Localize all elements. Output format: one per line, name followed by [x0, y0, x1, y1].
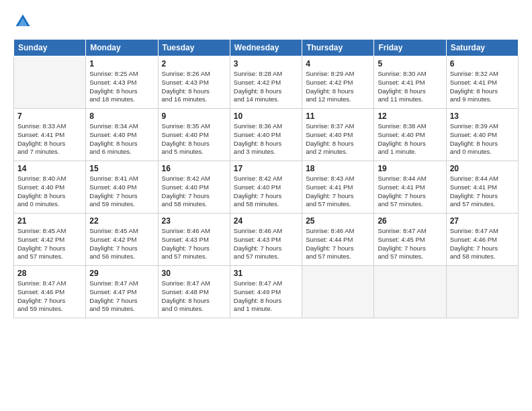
day-number: 26	[378, 216, 442, 226]
calendar-cell: 20Sunrise: 8:44 AM Sunset: 4:41 PM Dayli…	[446, 161, 518, 214]
day-info: Sunrise: 8:41 AM Sunset: 4:40 PM Dayligh…	[89, 175, 154, 209]
calendar-cell: 16Sunrise: 8:42 AM Sunset: 4:40 PM Dayli…	[158, 161, 230, 214]
calendar-cell: 10Sunrise: 8:36 AM Sunset: 4:40 PM Dayli…	[230, 109, 302, 161]
day-number: 17	[234, 164, 298, 173]
calendar-header-tuesday: Tuesday	[158, 40, 230, 56]
day-info: Sunrise: 8:29 AM Sunset: 4:42 PM Dayligh…	[306, 70, 370, 104]
calendar-cell: 17Sunrise: 8:42 AM Sunset: 4:40 PM Dayli…	[230, 161, 302, 214]
calendar-cell: 25Sunrise: 8:46 AM Sunset: 4:44 PM Dayli…	[302, 214, 374, 266]
calendar-cell: 11Sunrise: 8:37 AM Sunset: 4:40 PM Dayli…	[302, 109, 374, 161]
calendar-cell: 29Sunrise: 8:47 AM Sunset: 4:47 PM Dayli…	[86, 266, 158, 318]
calendar-week-row: 7Sunrise: 8:33 AM Sunset: 4:41 PM Daylig…	[14, 109, 519, 161]
day-info: Sunrise: 8:38 AM Sunset: 4:40 PM Dayligh…	[378, 122, 442, 156]
calendar-cell: 5Sunrise: 8:30 AM Sunset: 4:41 PM Daylig…	[374, 56, 446, 109]
day-number: 1	[89, 59, 154, 68]
day-number: 28	[17, 269, 82, 278]
day-number: 20	[450, 164, 515, 173]
calendar-cell	[374, 266, 446, 318]
day-info: Sunrise: 8:47 AM Sunset: 4:46 PM Dayligh…	[17, 279, 82, 314]
calendar-header-sunday: Sunday	[14, 40, 86, 56]
calendar-cell: 9Sunrise: 8:35 AM Sunset: 4:40 PM Daylig…	[158, 109, 230, 161]
day-info: Sunrise: 8:47 AM Sunset: 4:49 PM Dayligh…	[234, 279, 298, 314]
day-info: Sunrise: 8:35 AM Sunset: 4:40 PM Dayligh…	[162, 122, 226, 156]
calendar-header-saturday: Saturday	[446, 40, 518, 56]
calendar-cell: 26Sunrise: 8:47 AM Sunset: 4:45 PM Dayli…	[374, 214, 446, 266]
day-info: Sunrise: 8:40 AM Sunset: 4:40 PM Dayligh…	[17, 175, 82, 209]
day-info: Sunrise: 8:33 AM Sunset: 4:41 PM Dayligh…	[17, 122, 82, 156]
day-info: Sunrise: 8:28 AM Sunset: 4:42 PM Dayligh…	[234, 70, 298, 104]
day-info: Sunrise: 8:42 AM Sunset: 4:40 PM Dayligh…	[234, 175, 298, 209]
day-number: 2	[162, 59, 226, 68]
day-info: Sunrise: 8:43 AM Sunset: 4:41 PM Dayligh…	[306, 175, 370, 209]
day-info: Sunrise: 8:44 AM Sunset: 4:41 PM Dayligh…	[450, 175, 515, 209]
calendar-week-row: 14Sunrise: 8:40 AM Sunset: 4:40 PM Dayli…	[14, 161, 519, 214]
calendar-cell: 27Sunrise: 8:47 AM Sunset: 4:46 PM Dayli…	[446, 214, 518, 266]
calendar-cell: 6Sunrise: 8:32 AM Sunset: 4:41 PM Daylig…	[446, 56, 518, 109]
calendar-cell: 12Sunrise: 8:38 AM Sunset: 4:40 PM Dayli…	[374, 109, 446, 161]
day-number: 16	[162, 164, 226, 173]
calendar-cell: 1Sunrise: 8:25 AM Sunset: 4:43 PM Daylig…	[86, 56, 158, 109]
calendar-cell: 15Sunrise: 8:41 AM Sunset: 4:40 PM Dayli…	[86, 161, 158, 214]
logo-icon	[13, 12, 32, 31]
day-number: 5	[378, 59, 442, 68]
day-number: 25	[306, 216, 370, 226]
day-number: 22	[89, 216, 154, 226]
day-number: 13	[450, 111, 515, 121]
calendar-header-thursday: Thursday	[302, 40, 374, 56]
calendar-week-row: 28Sunrise: 8:47 AM Sunset: 4:46 PM Dayli…	[14, 266, 519, 318]
day-info: Sunrise: 8:34 AM Sunset: 4:40 PM Dayligh…	[89, 122, 154, 156]
calendar-cell: 14Sunrise: 8:40 AM Sunset: 4:40 PM Dayli…	[14, 161, 86, 214]
calendar-header-wednesday: Wednesday	[230, 40, 302, 56]
calendar-cell: 7Sunrise: 8:33 AM Sunset: 4:41 PM Daylig…	[14, 109, 86, 161]
day-number: 19	[378, 164, 442, 173]
calendar-cell	[446, 266, 518, 318]
calendar-cell: 22Sunrise: 8:45 AM Sunset: 4:42 PM Dayli…	[86, 214, 158, 266]
logo	[13, 12, 35, 31]
day-info: Sunrise: 8:46 AM Sunset: 4:43 PM Dayligh…	[234, 227, 298, 261]
day-number: 30	[162, 269, 226, 278]
day-number: 8	[89, 111, 154, 121]
calendar-cell: 3Sunrise: 8:28 AM Sunset: 4:42 PM Daylig…	[230, 56, 302, 109]
day-number: 31	[234, 269, 298, 278]
calendar-week-row: 1Sunrise: 8:25 AM Sunset: 4:43 PM Daylig…	[14, 56, 519, 109]
page: SundayMondayTuesdayWednesdayThursdayFrid…	[0, 0, 532, 411]
calendar-cell: 4Sunrise: 8:29 AM Sunset: 4:42 PM Daylig…	[302, 56, 374, 109]
day-number: 27	[450, 216, 515, 226]
day-info: Sunrise: 8:47 AM Sunset: 4:45 PM Dayligh…	[378, 227, 442, 261]
calendar-cell: 24Sunrise: 8:46 AM Sunset: 4:43 PM Dayli…	[230, 214, 302, 266]
day-info: Sunrise: 8:32 AM Sunset: 4:41 PM Dayligh…	[450, 70, 515, 104]
day-number: 18	[306, 164, 370, 173]
day-info: Sunrise: 8:46 AM Sunset: 4:44 PM Dayligh…	[306, 227, 370, 261]
calendar-header-row: SundayMondayTuesdayWednesdayThursdayFrid…	[14, 40, 519, 56]
day-info: Sunrise: 8:46 AM Sunset: 4:43 PM Dayligh…	[162, 227, 226, 261]
calendar-week-row: 21Sunrise: 8:45 AM Sunset: 4:42 PM Dayli…	[14, 214, 519, 266]
day-number: 3	[234, 59, 298, 68]
day-info: Sunrise: 8:36 AM Sunset: 4:40 PM Dayligh…	[234, 122, 298, 156]
day-number: 10	[234, 111, 298, 121]
calendar-cell	[14, 56, 86, 109]
calendar-cell: 8Sunrise: 8:34 AM Sunset: 4:40 PM Daylig…	[86, 109, 158, 161]
calendar-cell: 21Sunrise: 8:45 AM Sunset: 4:42 PM Dayli…	[14, 214, 86, 266]
calendar-cell: 31Sunrise: 8:47 AM Sunset: 4:49 PM Dayli…	[230, 266, 302, 318]
calendar-cell: 23Sunrise: 8:46 AM Sunset: 4:43 PM Dayli…	[158, 214, 230, 266]
day-info: Sunrise: 8:26 AM Sunset: 4:43 PM Dayligh…	[162, 70, 226, 104]
day-number: 7	[17, 111, 82, 121]
day-info: Sunrise: 8:47 AM Sunset: 4:46 PM Dayligh…	[450, 227, 515, 261]
day-number: 23	[162, 216, 226, 226]
day-info: Sunrise: 8:45 AM Sunset: 4:42 PM Dayligh…	[17, 227, 82, 261]
calendar-cell: 19Sunrise: 8:44 AM Sunset: 4:41 PM Dayli…	[374, 161, 446, 214]
day-number: 11	[306, 111, 370, 121]
day-number: 15	[89, 164, 154, 173]
day-number: 4	[306, 59, 370, 68]
day-info: Sunrise: 8:44 AM Sunset: 4:41 PM Dayligh…	[378, 175, 442, 209]
day-number: 14	[17, 164, 82, 173]
calendar-cell: 30Sunrise: 8:47 AM Sunset: 4:48 PM Dayli…	[158, 266, 230, 318]
day-number: 9	[162, 111, 226, 121]
calendar-cell: 28Sunrise: 8:47 AM Sunset: 4:46 PM Dayli…	[14, 266, 86, 318]
calendar-header-monday: Monday	[86, 40, 158, 56]
day-info: Sunrise: 8:25 AM Sunset: 4:43 PM Dayligh…	[89, 70, 154, 104]
day-number: 12	[378, 111, 442, 121]
day-number: 29	[89, 269, 154, 278]
day-info: Sunrise: 8:42 AM Sunset: 4:40 PM Dayligh…	[162, 175, 226, 209]
calendar-cell: 13Sunrise: 8:39 AM Sunset: 4:40 PM Dayli…	[446, 109, 518, 161]
